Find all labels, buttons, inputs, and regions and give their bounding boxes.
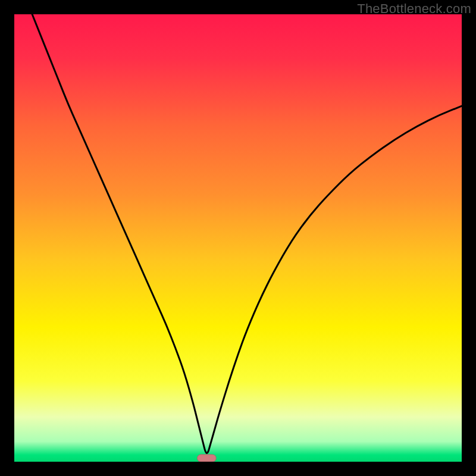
gradient-background	[14, 14, 462, 462]
optimal-marker	[198, 455, 217, 462]
bottleneck-chart	[14, 14, 462, 462]
watermark-text: TheBottleneck.com	[357, 1, 471, 17]
chart-frame	[14, 14, 462, 462]
